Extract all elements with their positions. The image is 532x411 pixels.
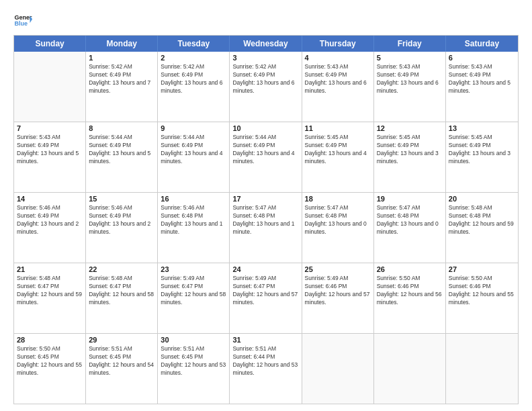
- day-number: 17: [232, 195, 298, 203]
- calendar-cell: [446, 334, 518, 404]
- calendar-cell: 15Sunrise: 5:46 AMSunset: 6:49 PMDayligh…: [86, 193, 158, 263]
- day-info: Sunrise: 5:42 AMSunset: 6:49 PMDaylight:…: [161, 63, 226, 95]
- day-info: Sunrise: 5:44 AMSunset: 6:49 PMDaylight:…: [89, 134, 154, 166]
- day-info: Sunrise: 5:49 AMSunset: 6:46 PMDaylight:…: [305, 275, 371, 307]
- calendar-cell: 30Sunrise: 5:51 AMSunset: 6:45 PMDayligh…: [158, 334, 230, 404]
- day-info: Sunrise: 5:43 AMSunset: 6:49 PMDaylight:…: [449, 63, 515, 95]
- header-day-thursday: Thursday: [302, 36, 374, 52]
- day-info: Sunrise: 5:43 AMSunset: 6:49 PMDaylight:…: [17, 134, 83, 166]
- day-info: Sunrise: 5:44 AMSunset: 6:49 PMDaylight:…: [161, 134, 226, 166]
- day-number: 22: [89, 265, 154, 273]
- page: General Blue SundayMondayTuesdayWednesda…: [0, 0, 532, 411]
- day-number: 30: [161, 336, 226, 344]
- day-number: 29: [89, 336, 154, 344]
- day-info: Sunrise: 5:48 AMSunset: 6:47 PMDaylight:…: [89, 275, 154, 307]
- header-day-monday: Monday: [86, 36, 158, 52]
- day-number: 2: [161, 54, 226, 62]
- calendar-cell: 22Sunrise: 5:48 AMSunset: 6:47 PMDayligh…: [86, 263, 158, 333]
- day-info: Sunrise: 5:48 AMSunset: 6:47 PMDaylight:…: [17, 275, 83, 307]
- day-info: Sunrise: 5:46 AMSunset: 6:49 PMDaylight:…: [89, 204, 154, 236]
- day-number: 23: [161, 265, 226, 273]
- day-number: 12: [377, 124, 443, 132]
- calendar-cell: 25Sunrise: 5:49 AMSunset: 6:46 PMDayligh…: [302, 263, 374, 333]
- day-number: 13: [449, 124, 515, 132]
- calendar-cell: [374, 334, 446, 404]
- day-info: Sunrise: 5:51 AMSunset: 6:45 PMDaylight:…: [89, 345, 154, 377]
- day-info: Sunrise: 5:51 AMSunset: 6:45 PMDaylight:…: [161, 345, 226, 377]
- calendar-cell: 29Sunrise: 5:51 AMSunset: 6:45 PMDayligh…: [86, 334, 158, 404]
- day-info: Sunrise: 5:47 AMSunset: 6:48 PMDaylight:…: [305, 204, 371, 236]
- calendar-cell: 7Sunrise: 5:43 AMSunset: 6:49 PMDaylight…: [14, 122, 86, 192]
- calendar-cell: 23Sunrise: 5:49 AMSunset: 6:47 PMDayligh…: [158, 263, 230, 333]
- calendar-cell: 4Sunrise: 5:43 AMSunset: 6:49 PMDaylight…: [302, 52, 374, 122]
- day-info: Sunrise: 5:48 AMSunset: 6:48 PMDaylight:…: [449, 204, 515, 236]
- day-number: 15: [89, 195, 154, 203]
- svg-text:Blue: Blue: [14, 20, 28, 27]
- day-number: 10: [232, 124, 298, 132]
- day-info: Sunrise: 5:49 AMSunset: 6:47 PMDaylight:…: [232, 275, 298, 307]
- day-number: 24: [232, 265, 298, 273]
- calendar-cell: 10Sunrise: 5:44 AMSunset: 6:49 PMDayligh…: [230, 122, 302, 192]
- day-info: Sunrise: 5:45 AMSunset: 6:49 PMDaylight:…: [305, 134, 371, 166]
- day-number: 21: [17, 265, 83, 273]
- calendar-cell: 2Sunrise: 5:42 AMSunset: 6:49 PMDaylight…: [158, 52, 230, 122]
- calendar-row-3: 14Sunrise: 5:46 AMSunset: 6:49 PMDayligh…: [14, 192, 518, 263]
- day-number: 14: [17, 195, 83, 203]
- calendar-cell: 5Sunrise: 5:43 AMSunset: 6:49 PMDaylight…: [374, 52, 446, 122]
- calendar-cell: 20Sunrise: 5:48 AMSunset: 6:48 PMDayligh…: [446, 193, 518, 263]
- header-day-saturday: Saturday: [446, 36, 518, 52]
- day-number: 3: [232, 54, 298, 62]
- day-number: 9: [161, 124, 226, 132]
- day-info: Sunrise: 5:50 AMSunset: 6:46 PMDaylight:…: [449, 275, 515, 307]
- calendar-cell: 27Sunrise: 5:50 AMSunset: 6:46 PMDayligh…: [446, 263, 518, 333]
- day-info: Sunrise: 5:42 AMSunset: 6:49 PMDaylight:…: [89, 63, 154, 95]
- logo: General Blue: [13, 11, 32, 30]
- day-number: 11: [305, 124, 371, 132]
- calendar-row-1: 1Sunrise: 5:42 AMSunset: 6:49 PMDaylight…: [14, 52, 518, 122]
- day-number: 20: [449, 195, 515, 203]
- day-number: 31: [232, 336, 298, 344]
- day-info: Sunrise: 5:50 AMSunset: 6:45 PMDaylight:…: [17, 345, 83, 377]
- day-number: 27: [449, 265, 515, 273]
- calendar-cell: 9Sunrise: 5:44 AMSunset: 6:49 PMDaylight…: [158, 122, 230, 192]
- day-info: Sunrise: 5:45 AMSunset: 6:49 PMDaylight:…: [377, 134, 443, 166]
- day-info: Sunrise: 5:46 AMSunset: 6:49 PMDaylight:…: [17, 204, 83, 236]
- calendar-row-4: 21Sunrise: 5:48 AMSunset: 6:47 PMDayligh…: [14, 263, 518, 333]
- day-number: 16: [161, 195, 226, 203]
- calendar-body: 1Sunrise: 5:42 AMSunset: 6:49 PMDaylight…: [14, 52, 518, 404]
- day-number: 5: [377, 54, 443, 62]
- day-number: 26: [377, 265, 443, 273]
- header-day-wednesday: Wednesday: [230, 36, 302, 52]
- calendar-cell: 12Sunrise: 5:45 AMSunset: 6:49 PMDayligh…: [374, 122, 446, 192]
- calendar-cell: 8Sunrise: 5:44 AMSunset: 6:49 PMDaylight…: [86, 122, 158, 192]
- day-info: Sunrise: 5:47 AMSunset: 6:48 PMDaylight:…: [377, 204, 443, 236]
- day-info: Sunrise: 5:49 AMSunset: 6:47 PMDaylight:…: [161, 275, 226, 307]
- calendar-cell: 11Sunrise: 5:45 AMSunset: 6:49 PMDayligh…: [302, 122, 374, 192]
- calendar-cell: 16Sunrise: 5:46 AMSunset: 6:48 PMDayligh…: [158, 193, 230, 263]
- day-number: 1: [89, 54, 154, 62]
- calendar-cell: 1Sunrise: 5:42 AMSunset: 6:49 PMDaylight…: [86, 52, 158, 122]
- calendar-cell: 21Sunrise: 5:48 AMSunset: 6:47 PMDayligh…: [14, 263, 86, 333]
- header-day-sunday: Sunday: [14, 36, 86, 52]
- calendar-cell: 31Sunrise: 5:51 AMSunset: 6:44 PMDayligh…: [230, 334, 302, 404]
- day-info: Sunrise: 5:50 AMSunset: 6:46 PMDaylight:…: [377, 275, 443, 307]
- calendar-cell: [302, 334, 374, 404]
- day-number: 28: [17, 336, 83, 344]
- calendar: SundayMondayTuesdayWednesdayThursdayFrid…: [13, 35, 519, 404]
- day-number: 6: [449, 54, 515, 62]
- day-info: Sunrise: 5:42 AMSunset: 6:49 PMDaylight:…: [232, 63, 298, 95]
- day-number: 19: [377, 195, 443, 203]
- calendar-cell: 13Sunrise: 5:45 AMSunset: 6:49 PMDayligh…: [446, 122, 518, 192]
- logo-icon: General Blue: [13, 11, 32, 30]
- calendar-row-5: 28Sunrise: 5:50 AMSunset: 6:45 PMDayligh…: [14, 333, 518, 404]
- day-number: 8: [89, 124, 154, 132]
- day-info: Sunrise: 5:44 AMSunset: 6:49 PMDaylight:…: [232, 134, 298, 166]
- calendar-cell: 28Sunrise: 5:50 AMSunset: 6:45 PMDayligh…: [14, 334, 86, 404]
- calendar-cell: 6Sunrise: 5:43 AMSunset: 6:49 PMDaylight…: [446, 52, 518, 122]
- calendar-cell: 18Sunrise: 5:47 AMSunset: 6:48 PMDayligh…: [302, 193, 374, 263]
- calendar-cell: 3Sunrise: 5:42 AMSunset: 6:49 PMDaylight…: [230, 52, 302, 122]
- header: General Blue: [13, 11, 519, 30]
- day-info: Sunrise: 5:47 AMSunset: 6:48 PMDaylight:…: [232, 204, 298, 236]
- day-number: 18: [305, 195, 371, 203]
- day-number: 25: [305, 265, 371, 273]
